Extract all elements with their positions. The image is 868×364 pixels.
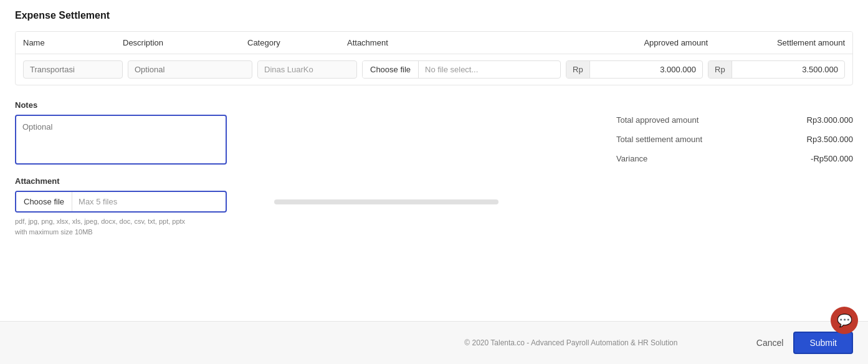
submit-button[interactable]: Submit <box>793 332 853 354</box>
progress-bar <box>274 199 498 204</box>
left-section: Notes Attachment Choose file Max 5 files… <box>15 100 227 237</box>
header-name: Name <box>23 38 123 47</box>
attachment-input-wrapper: Choose file Max 5 files <box>15 191 227 213</box>
page-title: Expense Settlement <box>15 10 853 21</box>
progress-bar-area <box>274 199 498 204</box>
notes-section: Notes <box>15 100 227 166</box>
right-section: Total approved amount Rp3.000.000 Total … <box>252 100 853 237</box>
description-input[interactable] <box>128 60 252 79</box>
chat-icon: 💬 <box>837 313 852 328</box>
footer: © 2020 Talenta.co - Advanced Payroll Aut… <box>0 321 868 364</box>
header-description: Description <box>123 38 247 47</box>
table-row: Choose file No file select... Rp 3.000.0… <box>16 54 852 85</box>
variance-row: Variance -Rp500.000 <box>616 149 853 168</box>
category-input[interactable] <box>257 60 357 79</box>
row-file-input: Choose file No file select... <box>362 60 561 79</box>
attachment-section: Attachment Choose file Max 5 files pdf, … <box>15 176 227 237</box>
header-settlement-amount: Settlement amount <box>708 38 845 47</box>
notes-textarea[interactable] <box>15 115 227 165</box>
total-approved-row: Total approved amount Rp3.000.000 <box>616 110 853 130</box>
name-input[interactable] <box>23 60 123 79</box>
attachment-choose-file-button[interactable]: Choose file <box>16 192 72 211</box>
settlement-amount-value: 3.500.000 <box>732 61 844 78</box>
total-approved-label: Total approved amount <box>616 115 699 125</box>
header-attachment: Attachment <box>347 38 571 47</box>
variance-value: -Rp500.000 <box>811 154 853 163</box>
notes-label: Notes <box>15 100 227 110</box>
total-settlement-label: Total settlement amount <box>616 135 702 144</box>
footer-text: © 2020 Talenta.co - Advanced Payroll Aut… <box>386 338 756 347</box>
total-approved-value: Rp3.000.000 <box>807 115 853 125</box>
total-settlement-value: Rp3.500.000 <box>807 135 853 144</box>
variance-label: Variance <box>616 154 647 163</box>
approved-amount-wrapper: Rp 3.000.000 <box>566 60 703 79</box>
summary-table: Total approved amount Rp3.000.000 Total … <box>616 100 853 178</box>
expense-table: Name Description Category Attachment App… <box>15 31 853 85</box>
attachment-label: Attachment <box>15 176 227 186</box>
header-category: Category <box>247 38 347 47</box>
total-settlement-row: Total settlement amount Rp3.500.000 <box>616 130 853 149</box>
attachment-placeholder: Max 5 files <box>72 192 226 211</box>
chat-button[interactable]: 💬 <box>831 307 858 334</box>
content-body: Notes Attachment Choose file Max 5 files… <box>15 100 853 247</box>
row-choose-file-button[interactable]: Choose file <box>363 61 419 78</box>
approved-currency: Rp <box>566 61 590 78</box>
file-hint: pdf, jpg, png, xlsx, xls, jpeg, docx, do… <box>15 216 227 237</box>
row-file-placeholder: No file select... <box>419 61 560 78</box>
header-approved-amount: Approved amount <box>571 38 708 47</box>
settlement-currency: Rp <box>708 61 732 78</box>
footer-actions: Cancel Submit <box>756 332 853 354</box>
table-header: Name Description Category Attachment App… <box>16 32 852 54</box>
settlement-amount-wrapper: Rp 3.500.000 <box>708 60 845 79</box>
cancel-button[interactable]: Cancel <box>756 338 784 348</box>
approved-amount-value: 3.000.000 <box>590 61 702 78</box>
